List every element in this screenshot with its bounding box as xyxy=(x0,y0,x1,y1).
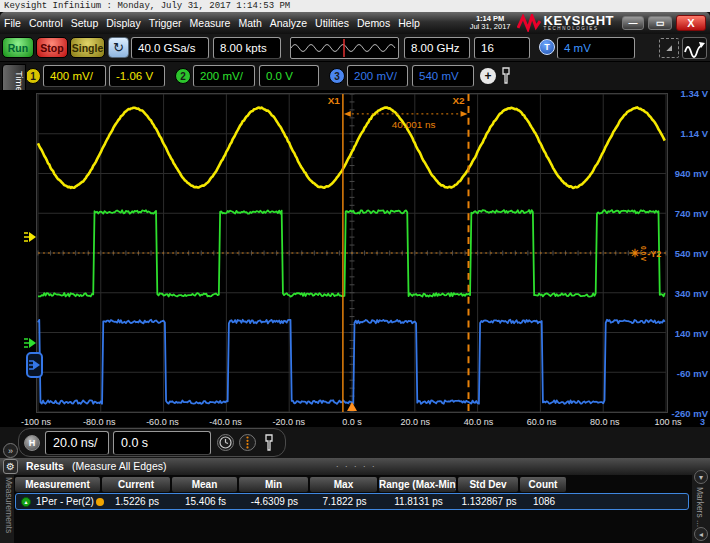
clear-display-icon: ↻ xyxy=(113,40,124,55)
clock-glyph xyxy=(218,435,233,450)
results-title: Results xyxy=(26,460,64,472)
y-axis-tick: 140 mV xyxy=(671,328,708,339)
menu-file[interactable]: File xyxy=(0,17,25,29)
measurement-value: 1.132867 ps xyxy=(458,495,520,509)
waveform-zoom-glyph xyxy=(683,38,706,58)
horizontal-badge-icon[interactable]: H xyxy=(24,435,40,451)
dotted-line-icon[interactable] xyxy=(239,434,256,451)
channel-2-scale-field[interactable]: 200 mV/ xyxy=(193,65,255,87)
minimize-button[interactable]: — xyxy=(622,16,644,30)
measurement-row[interactable]: ▴ 1Per - Per(2) 1.5226 ps15.406 fs-4.630… xyxy=(15,493,689,510)
menu-utilities[interactable]: Utilities xyxy=(311,17,353,29)
channel-3-offset-field[interactable]: 540 mV xyxy=(412,65,474,87)
acquisition-toolbar: Run Stop Single ↻ 40.0 GSa/s 8.00 kpts 8… xyxy=(0,34,710,62)
single-button[interactable]: Single xyxy=(70,37,105,58)
run-button[interactable]: Run xyxy=(2,37,34,58)
x-axis-tick: 60.0 ns xyxy=(514,417,570,427)
probe-icon[interactable] xyxy=(500,67,512,85)
waveform-zoom-icon[interactable] xyxy=(682,37,707,59)
clock-date: Jul 31, 2017 xyxy=(470,23,511,31)
menu-measure[interactable]: Measure xyxy=(186,17,235,29)
column-header-min: Min xyxy=(239,477,308,492)
column-header-measurement: Measurement xyxy=(15,477,100,492)
column-header-max: Max xyxy=(310,477,377,492)
memory-depth-field[interactable]: 8.00 kpts xyxy=(213,37,281,59)
menu-help[interactable]: Help xyxy=(394,17,424,29)
timebase-scale-field[interactable]: 20.0 ns/ xyxy=(45,431,109,455)
column-header-current: Current xyxy=(102,477,170,492)
trigger-badge-icon[interactable]: T xyxy=(539,39,555,55)
menu-setup[interactable]: Setup xyxy=(67,17,102,29)
zoom-select-icon[interactable] xyxy=(659,38,679,58)
y-axis-tick: 740 mV xyxy=(671,208,708,219)
channel-2-offset-field[interactable]: 0.0 V xyxy=(259,65,319,87)
y-axis-tick: 340 mV xyxy=(671,288,708,299)
trigger-level-field[interactable]: 4 mV xyxy=(557,37,635,59)
results-header: ⚙ Results (Measure All Edges) . . . . . xyxy=(0,458,710,475)
x2-marker-label: X2 xyxy=(452,95,465,106)
drag-handle-dots[interactable]: . . . . . xyxy=(336,459,377,469)
gear-icon[interactable]: ⚙ xyxy=(3,459,18,474)
delta-x-label: 40.001 ns xyxy=(392,119,436,130)
bandwidth-field[interactable]: 8.00 GHz xyxy=(404,37,470,59)
x-axis-tick: 80.0 ns xyxy=(577,417,633,427)
clear-display-button[interactable]: ↻ xyxy=(108,37,129,58)
preview-waveform-icon xyxy=(291,38,398,58)
right-edge-channel-badge: 3 xyxy=(700,417,705,427)
channel-2-badge[interactable]: 2 xyxy=(175,68,191,84)
y-axis-tick: 940 mV xyxy=(671,168,708,179)
menu-control[interactable]: Control xyxy=(25,17,67,29)
channel-2-ground-marker[interactable] xyxy=(23,335,37,351)
menu-demos[interactable]: Demos xyxy=(353,17,394,29)
measurement-value: -4.6309 ps xyxy=(239,495,310,509)
y-axis-tick: -60 mV xyxy=(671,368,708,379)
restore-button[interactable]: ▭ xyxy=(648,16,672,30)
channel-1-scale-field[interactable]: 400 mV/ xyxy=(43,65,106,87)
menu-display[interactable]: Display xyxy=(102,17,144,29)
x1-marker-label: X1 xyxy=(328,95,341,106)
x-axis-tick: -100 ns xyxy=(8,417,64,427)
results-table: MeasurementCurrentMeanMinMaxRange (Max-M… xyxy=(14,475,692,543)
keysight-spark-icon xyxy=(517,14,541,32)
tab-measurements[interactable]: Measurements xyxy=(0,475,14,543)
averages-field[interactable]: 16 xyxy=(474,37,530,59)
channel-3-badge[interactable]: 3 xyxy=(329,68,345,84)
x-axis-tick: -60.0 ns xyxy=(134,417,190,427)
y2-marker-label[interactable]: ✳ 0.0 V -Y2 xyxy=(630,246,661,261)
waveform-plot[interactable]: X1X240.001 ns xyxy=(36,93,668,413)
expand-panel-button[interactable]: » xyxy=(3,443,18,458)
channel-3-ground-marker[interactable] xyxy=(26,352,43,378)
menu-trigger[interactable]: Trigger xyxy=(145,17,186,29)
results-panel: ⚙ Results (Measure All Edges) . . . . . … xyxy=(0,458,710,543)
menu-math[interactable]: Math xyxy=(234,17,265,29)
channel-1-badge[interactable]: 1 xyxy=(25,68,41,84)
channel-3-scale-field[interactable]: 200 mV/ xyxy=(347,65,408,87)
column-header-range-max-min-: Range (Max-Min) xyxy=(379,477,456,492)
measurement-name: 1Per - Per(2) xyxy=(36,495,94,509)
waveform-display-area: X1X240.001 ns 1.34 V1.14 V940 mV740 mV54… xyxy=(0,90,710,427)
add-waveform-icon[interactable]: + xyxy=(480,68,496,84)
clock-icon[interactable] xyxy=(217,434,234,451)
y2-name: -Y2 xyxy=(647,249,661,259)
acquisition-preview[interactable] xyxy=(290,37,399,59)
y-axis-tick: 540 mV xyxy=(671,248,708,259)
scroll-left-icon[interactable]: ◂ xyxy=(694,527,708,541)
menu-bar: FileControlSetupDisplayTriggerMeasureMat… xyxy=(0,12,710,34)
scroll-down-icon[interactable]: ▾ xyxy=(694,470,708,484)
menu-items: FileControlSetupDisplayTriggerMeasureMat… xyxy=(0,17,424,29)
measurement-value: 1.5226 ps xyxy=(102,495,172,509)
tab-markers[interactable]: Markers ... xyxy=(695,487,705,527)
channel-1-offset-field[interactable]: -1.06 V xyxy=(109,65,165,87)
channel-1-ground-marker[interactable] xyxy=(23,229,37,245)
close-button[interactable]: X xyxy=(676,15,706,31)
timebase-position-field[interactable]: 0.0 s xyxy=(113,431,211,455)
stop-button[interactable]: Stop xyxy=(36,37,68,58)
measurement-status-icon: ▴ xyxy=(21,497,31,507)
menu-analyze[interactable]: Analyze xyxy=(266,17,311,29)
measurement-value: 7.1822 ps xyxy=(310,495,379,509)
oscilloscope-app: Keysight Infiniium : Monday, July 31, 20… xyxy=(0,0,710,543)
probe-icon[interactable] xyxy=(263,434,275,452)
sample-rate-field[interactable]: 40.0 GSa/s xyxy=(131,37,209,59)
column-header-std-dev: Std Dev xyxy=(458,477,518,492)
column-header-count: Count xyxy=(520,477,566,492)
